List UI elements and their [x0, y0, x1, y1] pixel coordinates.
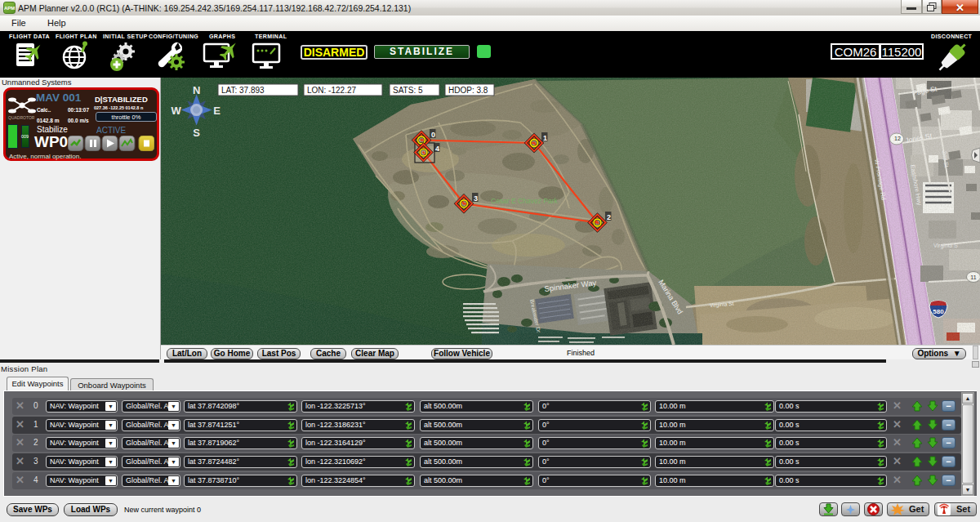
svg-text:E: E	[213, 105, 220, 117]
svg-text:HDOP: 3.8: HDOP: 3.8	[448, 86, 488, 95]
svg-text:0: 0	[431, 131, 435, 139]
svg-text:3: 3	[474, 194, 478, 203]
svg-text:S: S	[193, 127, 200, 139]
svg-text:LON: -122.27: LON: -122.27	[307, 86, 356, 95]
svg-text:2: 2	[607, 213, 611, 221]
svg-text:SATS: 5: SATS: 5	[393, 86, 423, 95]
svg-text:N: N	[193, 84, 200, 96]
svg-text:4: 4	[435, 145, 439, 153]
svg-text:LAT: 37.893: LAT: 37.893	[221, 86, 265, 95]
svg-text:1: 1	[543, 134, 547, 142]
svg-text:W: W	[171, 105, 181, 117]
